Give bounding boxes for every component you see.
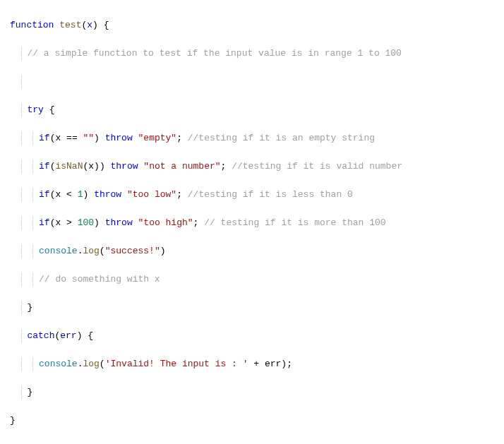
keyword-if: if (39, 161, 50, 172)
code-line (10, 75, 494, 89)
code-line: } (10, 414, 494, 428)
code-line: catch(err) { (10, 329, 494, 343)
comment: // a simple function to test if the inpu… (27, 48, 402, 59)
number-literal: 1 (78, 189, 83, 200)
code-line: try { (10, 103, 494, 117)
fn-isnan: isNaN (55, 161, 83, 172)
string-literal: "" (83, 133, 95, 143)
code-line: // do something with x (10, 272, 494, 287)
keyword-try: try (27, 104, 43, 115)
keyword-throw: throw (105, 133, 133, 143)
comment: //testing if it is less than 0 (188, 189, 353, 200)
keyword-throw: throw (105, 217, 133, 228)
string-literal: "too low" (127, 189, 176, 200)
comment: // do something with x (39, 274, 160, 284)
string-literal: "success!" (105, 246, 160, 256)
keyword-if: if (39, 133, 50, 143)
op-eq: == (66, 133, 78, 143)
code-line: if(x < 1) throw "too low"; //testing if … (10, 188, 494, 202)
var-x: x (55, 133, 61, 143)
code-line: } (10, 385, 494, 400)
code-line: console.log('Invalid! The input is : ' +… (10, 357, 494, 371)
comment: //testing if it is an empty string (188, 133, 375, 143)
comment: // testing if it is more than 100 (204, 217, 385, 228)
keyword-if: if (39, 217, 50, 228)
op-plus: + (253, 359, 259, 369)
var-x: x (88, 161, 94, 172)
var-x: x (55, 189, 61, 200)
code-block: function test(x) { // a simple function … (0, 0, 504, 444)
param-x: x (87, 20, 92, 30)
function-name: test (59, 20, 81, 30)
string-literal: "empty" (138, 133, 177, 143)
keyword-if: if (39, 189, 50, 200)
param-err: err (60, 330, 76, 341)
comment: //testing if it is valid number (232, 161, 402, 172)
code-line: } (10, 301, 494, 315)
number-literal: 100 (78, 217, 94, 228)
method-log: log (83, 359, 99, 369)
keyword-throw: throw (94, 189, 121, 200)
code-line: function test(x) { (10, 18, 494, 32)
string-literal: "too high" (138, 217, 193, 228)
op-gt: > (66, 217, 72, 228)
op-lt: < (66, 189, 72, 200)
keyword-catch: catch (27, 330, 54, 341)
builtin-console: console (39, 359, 78, 369)
var-x: x (55, 217, 61, 228)
builtin-console: console (39, 246, 78, 256)
code-line: console.log("success!") (10, 244, 494, 258)
string-literal: "not a number" (143, 161, 220, 172)
keyword-function: function (10, 20, 54, 30)
code-line: if(x == "") throw "empty"; //testing if … (10, 131, 494, 145)
string-literal: 'Invalid! The input is : ' (105, 359, 248, 369)
code-line: if(isNaN(x)) throw "not a number"; //tes… (10, 160, 494, 174)
code-line: // a simple function to test if the inpu… (10, 47, 494, 61)
code-line: if(x > 100) throw "too high"; // testing… (10, 216, 494, 230)
var-err: err (265, 359, 281, 369)
keyword-throw: throw (111, 161, 138, 172)
method-log: log (83, 246, 99, 256)
